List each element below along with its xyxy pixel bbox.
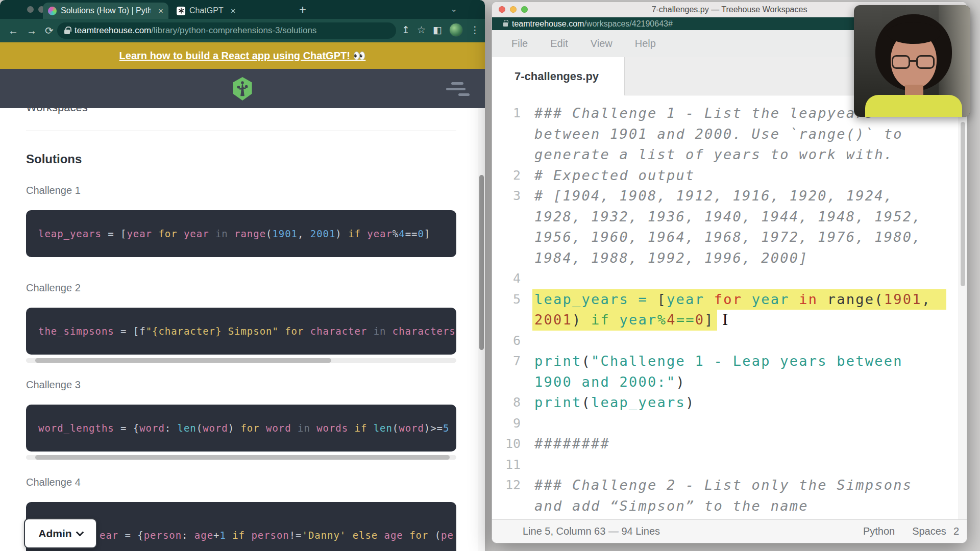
editor-line[interactable]: 12### Challenge 2 - List only the Simpso… [492,475,959,496]
line-number [492,372,521,393]
horizontal-scrollbar[interactable] [26,358,456,363]
horizontal-scrollbar[interactable] [26,455,456,460]
text-cursor-icon: I [722,310,728,331]
horizontal-scrollbar-thumb[interactable] [35,455,450,460]
challenge-label: Challenge 4 [26,477,81,488]
line-number: 3 [492,186,521,207]
site-header [0,69,485,108]
new-tab-button[interactable]: + [299,3,306,16]
tab-title: Solutions (How To) | Python Co [61,6,151,15]
lock-icon [64,30,70,34]
challenge-label: Challenge 3 [26,379,81,391]
horizontal-scrollbar-thumb[interactable] [35,358,331,363]
line-number [492,310,521,331]
profile-avatar[interactable] [449,23,463,37]
line-number: 8 [492,392,521,413]
editor-line[interactable]: 1928, 1932, 1936, 1940, 1944, 1948, 1952… [492,207,959,228]
admin-label: Admin [38,528,71,540]
editor-line[interactable]: 1900 and 2000:") [492,372,959,393]
editor-line[interactable]: 6 [492,331,959,352]
line-number: 11 [492,455,521,475]
chatgpt-favicon [177,7,185,15]
line-number: 9 [492,413,521,434]
menu-dots-icon[interactable]: ⋮ [470,24,480,36]
editor-line[interactable]: between 1901 and 2000. Use `range()` to [492,124,959,145]
editor-tab-label: 7-challenges.py [514,70,599,83]
editor-rows: 1### Challenge 1 - List the leapyearsbet… [492,103,959,516]
webcam-overlay [854,5,970,117]
url-domain: teamtreehouse.com [75,26,151,36]
editor-line[interactable]: 3# [1904, 1908, 1912, 1916, 1920, 1924, [492,186,959,207]
close-window-button[interactable] [27,6,34,13]
line-number [492,144,521,165]
tab-chatgpt[interactable]: ChatGPT × [172,3,289,19]
editor-line[interactable]: 2001) if year%4==0]I [492,310,959,331]
tab-solutions[interactable]: Solutions (How To) | Python Co × [43,3,168,19]
treehouse-favicon [48,7,57,15]
page-scrollbar[interactable] [478,108,485,551]
editor-line[interactable]: 7print("Challenge 1 - Leap years between [492,351,959,372]
editor-line[interactable]: 8print(leap_years) [492,392,959,413]
banner-link[interactable]: Learn how to build a React app using Cha… [119,49,366,62]
person-shirt [865,95,962,117]
back-icon[interactable]: ← [8,25,18,37]
code-snippet-block: leap_years = [year for year in range(190… [26,210,456,257]
line-number: 12 [492,475,521,496]
close-icon[interactable]: × [231,7,236,15]
url-path: /library/python-comprehensions-3/solutio… [151,26,316,36]
editor-line[interactable]: generate a list of years to work with. [492,144,959,165]
minimize-window-button[interactable] [510,6,517,13]
admin-button[interactable]: Admin [24,518,97,548]
zoom-window-button[interactable] [521,6,528,13]
editor-line[interactable]: 10######## [492,434,959,455]
browser-tab-bar: Solutions (How To) | Python Co × ChatGPT… [0,0,485,19]
tab-title: ChatGPT [189,6,224,15]
editor-scrollbar-thumb[interactable] [961,122,965,286]
address-bar[interactable]: teamtreehouse.com/library/python-compreh… [57,22,396,39]
menu-view[interactable]: View [591,38,612,49]
editor-line[interactable]: 4 [492,268,959,289]
editor-line[interactable]: and add “Simpson” to the name [492,496,959,517]
line-number: 5 [492,289,521,310]
sidebar-icon[interactable]: ◧ [433,24,442,36]
line-number [492,207,521,228]
editor-line[interactable]: 5leap_years = [year for year in range(19… [492,289,959,310]
forward-icon[interactable]: → [27,25,37,37]
editor-scrollbar[interactable] [959,95,967,519]
close-icon[interactable]: × [158,7,163,15]
menu-help[interactable]: Help [635,38,656,49]
editor-line[interactable]: 1984, 1988, 1992, 1996, 2000] [492,248,959,269]
editor-line[interactable]: 1956, 1960, 1964, 1968, 1972, 1976, 1980… [492,227,959,248]
editor-line[interactable]: 2# Expected output [492,165,959,186]
breadcrumb[interactable]: Workspaces [26,108,88,114]
indent-type-status[interactable]: Spaces [912,525,946,537]
person-glasses-bridge [909,60,917,62]
hamburger-menu-icon[interactable] [450,82,470,99]
bookmark-star-icon[interactable]: ☆ [417,24,426,36]
treehouse-logo-icon[interactable] [231,77,254,101]
editor-line[interactable]: 11 [492,455,959,475]
person-glasses [916,55,935,69]
line-number: 7 [492,351,521,372]
share-icon[interactable]: ↥ [402,24,410,36]
line-number [492,248,521,269]
code-editor[interactable]: 1### Challenge 1 - List the leapyearsbet… [492,95,959,519]
editor-tab-7-challenges[interactable]: 7-challenges.py [499,57,624,95]
line-number [492,124,521,145]
reload-icon[interactable]: ⟳ [45,24,54,37]
promo-banner: Learn how to build a React app using Cha… [0,42,485,69]
close-window-button[interactable] [499,6,505,13]
tab-search-chevron-icon[interactable]: ⌄ [451,4,457,14]
browser-window: Solutions (How To) | Python Co × ChatGPT… [0,0,485,551]
person-glasses [892,55,910,69]
page-scrollbar-thumb[interactable] [479,175,484,350]
challenge-label: Challenge 1 [26,185,81,196]
editor-line[interactable]: 9 [492,413,959,434]
indent-size-status[interactable]: 2 [953,525,959,537]
divider [26,131,456,131]
menu-edit[interactable]: Edit [550,38,568,49]
menu-file[interactable]: File [511,38,528,49]
language-status[interactable]: Python [863,525,895,537]
browser-toolbar: ← → ⟳ teamtreehouse.com/library/python-c… [0,19,485,42]
editor-statusbar: Line 5, Column 63 — 94 Lines Python Spac… [492,519,967,543]
